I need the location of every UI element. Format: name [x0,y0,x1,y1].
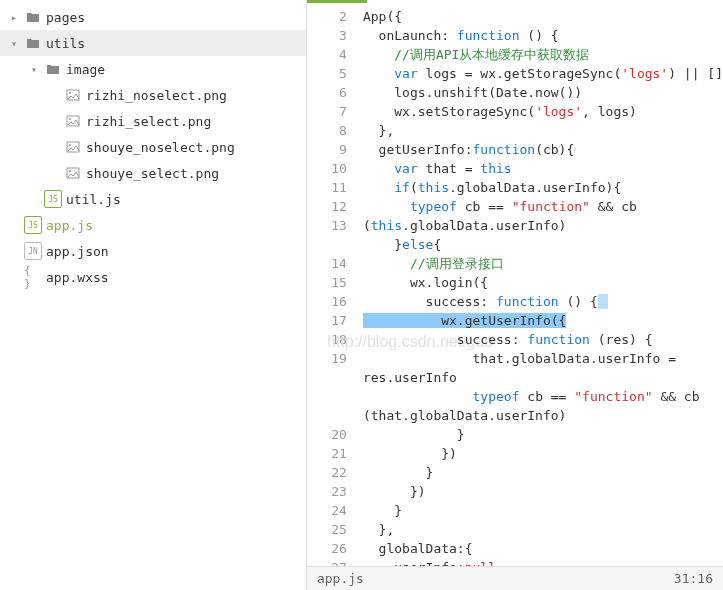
tree-item-app-json[interactable]: JNapp.json [0,238,306,264]
tree-item-util-js[interactable]: JSutil.js [0,186,306,212]
js-icon: JS [44,190,62,208]
code-area[interactable]: http://blog.csdn.net/guo 234567891011121… [307,3,723,566]
code-line[interactable]: (that.globalData.userInfo) [355,406,723,425]
tree-item-image[interactable]: ▾image [0,56,306,82]
code-line[interactable]: } [355,463,723,482]
js-icon: JS [24,216,42,234]
code-line[interactable]: if(this.globalData.userInfo){ [355,178,723,197]
image-icon [64,86,82,104]
tree-item-app-wxss[interactable]: { }app.wxss [0,264,306,290]
tree-item-label: app.json [46,244,306,259]
code-line[interactable]: success: function () { [355,292,723,311]
tree-item-label: shouye_noselect.png [86,140,306,155]
image-icon [64,138,82,156]
tree-item-label: image [66,62,306,77]
wxss-icon: { } [24,268,42,286]
tree-item-pages[interactable]: ▸pages [0,4,306,30]
tree-item-label: pages [46,10,306,25]
code-line[interactable]: onLaunch: function () { [355,26,723,45]
folder-icon [44,60,62,78]
image-icon [64,164,82,182]
code-line[interactable]: }, [355,520,723,539]
code-line[interactable]: res.userInfo [355,368,723,387]
folder-icon [24,8,42,26]
code-line[interactable]: logs.unshift(Date.now()) [355,83,723,102]
svg-point-7 [69,170,71,172]
file-tree: ▸pages▾utils▾imagerizhi_noselect.pngrizh… [0,0,307,590]
tree-item-label: app.js [46,218,306,233]
status-cursor-pos: 31:16 [674,571,713,586]
tree-item-rizhi_select-png[interactable]: rizhi_select.png [0,108,306,134]
status-file: app.js [317,571,364,586]
code-line[interactable]: globalData:{ [355,539,723,558]
svg-point-5 [69,144,71,146]
code-line[interactable]: typeof cb == "function" && cb [355,387,723,406]
code-line[interactable]: //调用API从本地缓存中获取数据 [355,45,723,64]
tree-item-label: rizhi_select.png [86,114,306,129]
code-line[interactable]: typeof cb == "function" && cb [355,197,723,216]
line-gutter: 2345678910111213141516171819202122232425… [307,3,355,566]
svg-point-1 [69,92,71,94]
json-icon: JN [24,242,42,260]
tree-item-label: utils [46,36,306,51]
code-line[interactable]: App({ [355,7,723,26]
tree-item-label: shouye_select.png [86,166,306,181]
code-line[interactable]: }) [355,482,723,501]
code-line[interactable]: wx.setStorageSync('logs', logs) [355,102,723,121]
code-line[interactable]: //调用登录接口 [355,254,723,273]
code-line[interactable]: that.globalData.userInfo = [355,349,723,368]
code-line[interactable]: }) [355,444,723,463]
code-line[interactable]: wx.getUserInfo({ [355,311,723,330]
code-line[interactable]: wx.login({ [355,273,723,292]
code-editor: http://blog.csdn.net/guo 234567891011121… [307,0,723,590]
code-line[interactable]: var logs = wx.getStorageSync('logs') || … [355,64,723,83]
tree-item-app-js[interactable]: JSapp.js [0,212,306,238]
tree-item-label: rizhi_noselect.png [86,88,306,103]
svg-point-3 [69,118,71,120]
code-line[interactable]: } [355,425,723,444]
code-line[interactable]: }else{ [355,235,723,254]
tree-item-shouye_select-png[interactable]: shouye_select.png [0,160,306,186]
tree-item-label: app.wxss [46,270,306,285]
expand-arrow-icon[interactable]: ▾ [28,64,40,75]
image-icon [64,112,82,130]
code-line[interactable]: getUserInfo:function(cb){ [355,140,723,159]
code-line[interactable]: var that = this [355,159,723,178]
status-bar: app.js 31:16 [307,566,723,590]
code-line[interactable]: (this.globalData.userInfo) [355,216,723,235]
code-line[interactable]: userInfo:null [355,558,723,566]
expand-arrow-icon[interactable]: ▾ [8,38,20,49]
tree-item-rizhi_noselect-png[interactable]: rizhi_noselect.png [0,82,306,108]
code-content[interactable]: App({ onLaunch: function () { //调用API从本地… [355,3,723,566]
code-line[interactable]: } [355,501,723,520]
code-line[interactable]: success: function (res) { [355,330,723,349]
tree-item-label: util.js [66,192,306,207]
folder-icon [24,34,42,52]
expand-arrow-icon[interactable]: ▸ [8,12,20,23]
code-line[interactable]: }, [355,121,723,140]
tree-item-shouye_noselect-png[interactable]: shouye_noselect.png [0,134,306,160]
tree-item-utils[interactable]: ▾utils [0,30,306,56]
